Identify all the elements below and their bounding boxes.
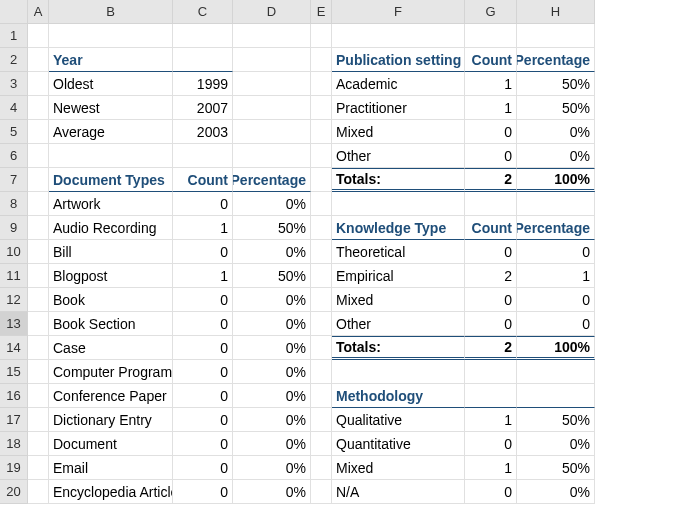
cell[interactable]: 0%	[233, 480, 311, 504]
cell[interactable]	[28, 264, 49, 288]
cell[interactable]: Mixed	[332, 456, 465, 480]
cell[interactable]	[233, 48, 311, 72]
know-header-count[interactable]: Count	[465, 216, 517, 240]
cell[interactable]: 0	[465, 144, 517, 168]
know-total-pct[interactable]: 100%	[517, 336, 595, 360]
cell[interactable]: 0%	[233, 384, 311, 408]
cell[interactable]: 0%	[233, 312, 311, 336]
cell[interactable]: 0	[465, 480, 517, 504]
cell[interactable]: Bill	[49, 240, 173, 264]
know-total-label[interactable]: Totals:	[332, 336, 465, 360]
cell[interactable]	[517, 24, 595, 48]
cell[interactable]	[311, 360, 332, 384]
cell[interactable]: 0	[517, 288, 595, 312]
cell[interactable]: 0	[465, 312, 517, 336]
cell[interactable]: 0%	[233, 432, 311, 456]
cell[interactable]	[28, 360, 49, 384]
cell[interactable]: 0	[465, 120, 517, 144]
cell[interactable]: Conference Paper	[49, 384, 173, 408]
cell[interactable]	[311, 168, 332, 192]
cell[interactable]: 0	[465, 240, 517, 264]
cell[interactable]	[311, 288, 332, 312]
row-header[interactable]: 7	[0, 168, 28, 192]
cell[interactable]	[311, 24, 332, 48]
cell[interactable]	[233, 120, 311, 144]
cell[interactable]: 0	[173, 192, 233, 216]
cell[interactable]	[28, 432, 49, 456]
cell[interactable]	[28, 48, 49, 72]
cell[interactable]: Blogpost	[49, 264, 173, 288]
cell[interactable]	[49, 24, 173, 48]
cell[interactable]	[28, 408, 49, 432]
cell[interactable]: 2	[465, 264, 517, 288]
cell[interactable]	[332, 192, 465, 216]
cell[interactable]	[311, 456, 332, 480]
cell[interactable]	[311, 408, 332, 432]
cell[interactable]: Encyclopedia Article	[49, 480, 173, 504]
cell[interactable]	[28, 120, 49, 144]
row-header[interactable]: 15	[0, 360, 28, 384]
cell[interactable]: 0%	[233, 408, 311, 432]
cell[interactable]: Mixed	[332, 288, 465, 312]
cell[interactable]: Book Section	[49, 312, 173, 336]
cell[interactable]	[311, 72, 332, 96]
cell[interactable]: 0	[517, 240, 595, 264]
cell[interactable]: 50%	[517, 96, 595, 120]
row-header[interactable]: 4	[0, 96, 28, 120]
cell[interactable]	[311, 336, 332, 360]
cell[interactable]: Average	[49, 120, 173, 144]
cell[interactable]: 1	[465, 96, 517, 120]
col-header-G[interactable]: G	[465, 0, 517, 24]
cell[interactable]: 0	[173, 336, 233, 360]
cell[interactable]	[311, 312, 332, 336]
cell[interactable]: 2003	[173, 120, 233, 144]
cell[interactable]: 0	[173, 456, 233, 480]
cell[interactable]: Newest	[49, 96, 173, 120]
cell[interactable]	[28, 24, 49, 48]
cell[interactable]: Email	[49, 456, 173, 480]
cell[interactable]: 1	[517, 264, 595, 288]
row-header[interactable]: 19	[0, 456, 28, 480]
cell[interactable]: 1	[465, 408, 517, 432]
cell[interactable]	[311, 384, 332, 408]
cell[interactable]: Other	[332, 312, 465, 336]
cell[interactable]: Case	[49, 336, 173, 360]
row-header[interactable]: 20	[0, 480, 28, 504]
row-header[interactable]: 11	[0, 264, 28, 288]
col-header-F[interactable]: F	[332, 0, 465, 24]
pub-total-count[interactable]: 2	[465, 168, 517, 192]
cell[interactable]	[311, 96, 332, 120]
cell[interactable]: 0%	[517, 144, 595, 168]
cell[interactable]	[28, 216, 49, 240]
meth-header-label[interactable]: Methodology	[332, 384, 465, 408]
cell[interactable]	[233, 96, 311, 120]
cell[interactable]	[311, 192, 332, 216]
cell[interactable]	[465, 192, 517, 216]
cell[interactable]	[28, 192, 49, 216]
spreadsheet-grid[interactable]: A B C D E F G H 1 2 Year Publication set…	[0, 0, 690, 504]
cell[interactable]	[311, 240, 332, 264]
know-header-label[interactable]: Knowledge Type	[332, 216, 465, 240]
pub-header-pct[interactable]: Percentage	[517, 48, 595, 72]
select-all-corner[interactable]	[0, 0, 28, 24]
row-header[interactable]: 10	[0, 240, 28, 264]
pub-header-label[interactable]: Publication setting	[332, 48, 465, 72]
cell[interactable]	[28, 312, 49, 336]
row-header[interactable]: 8	[0, 192, 28, 216]
cell[interactable]: 0	[173, 480, 233, 504]
cell[interactable]	[49, 144, 173, 168]
cell[interactable]: Academic	[332, 72, 465, 96]
cell[interactable]: 1	[465, 456, 517, 480]
cell[interactable]: 0	[173, 240, 233, 264]
cell[interactable]: N/A	[332, 480, 465, 504]
row-header[interactable]: 17	[0, 408, 28, 432]
cell[interactable]	[311, 480, 332, 504]
cell[interactable]: 0%	[517, 120, 595, 144]
cell[interactable]	[28, 96, 49, 120]
pub-total-label[interactable]: Totals:	[332, 168, 465, 192]
cell[interactable]	[465, 360, 517, 384]
cell[interactable]: Theoretical	[332, 240, 465, 264]
cell[interactable]	[28, 72, 49, 96]
cell[interactable]: 0	[173, 384, 233, 408]
cell[interactable]	[517, 360, 595, 384]
